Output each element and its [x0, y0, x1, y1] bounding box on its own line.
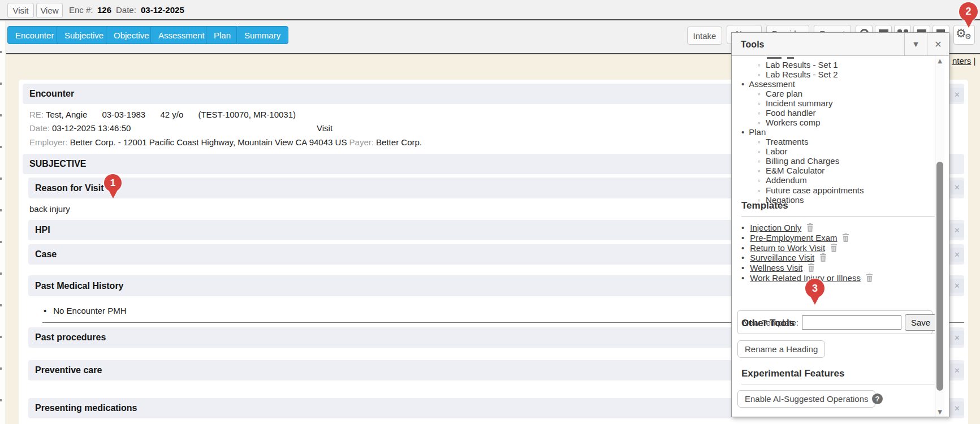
outline-item-labor[interactable]: Labor — [732, 147, 864, 157]
encounter-datetime: 03-12-2025 13:46:50 — [52, 123, 131, 133]
view-button[interactable]: View — [36, 3, 63, 18]
visit-type-text: Visit — [317, 123, 333, 133]
link-separator: | — [974, 56, 976, 66]
tab-plan[interactable]: Plan — [206, 26, 239, 44]
pin-tail — [810, 296, 819, 305]
outline-item-care-plan[interactable]: Care plan — [732, 89, 864, 99]
left-splitter[interactable] — [0, 21, 6, 424]
outline-item-lab-results-2[interactable]: Lab Results - Set 2 — [732, 70, 864, 80]
experimental-divider — [741, 384, 939, 384]
rename-heading-button[interactable]: Rename a Heading — [737, 340, 825, 358]
encounter-close-button[interactable]: ✕ — [950, 88, 964, 102]
tools-close-button[interactable]: ✕ — [927, 33, 949, 55]
tools-collapse-button[interactable]: ▼ — [904, 33, 927, 55]
pin-2-number: 2 — [965, 6, 971, 18]
tools-outline-list: Lab Results - Set 1 Lab Results - Set 2 … — [732, 60, 864, 205]
visit-button[interactable]: Visit — [7, 3, 34, 18]
enable-ai-operations-button[interactable]: Enable AI-Suggested Operations — [737, 390, 875, 408]
past-procedures-close-button[interactable]: ✕ — [950, 331, 964, 345]
templates-divider — [741, 216, 939, 217]
splitter-ticks — [0, 21, 2, 424]
outline-item-billing-and-charges[interactable]: Billing and Charges — [732, 157, 864, 166]
outline-item-addendum[interactable]: Addendum — [732, 176, 864, 185]
close-icon: ✕ — [954, 404, 960, 413]
pmh-close-button[interactable]: ✕ — [950, 279, 964, 293]
trash-icon[interactable] — [830, 244, 837, 252]
template-link-injection-only[interactable]: Injection Only — [750, 223, 801, 232]
trash-icon[interactable] — [819, 253, 827, 262]
template-list-item: Return to Work Visit — [741, 243, 873, 253]
intake-button[interactable]: Intake — [687, 27, 722, 45]
tab-summary[interactable]: Summary — [236, 26, 288, 44]
date-label: Date: — [29, 123, 50, 133]
payer-value: Better Corp. — [376, 137, 422, 147]
outline-item-workers-comp[interactable]: Workers comp — [732, 118, 864, 128]
template-list-item: Injection Only — [741, 223, 873, 233]
template-link-wellness-visit[interactable]: Wellness Visit — [750, 263, 802, 272]
close-icon: ✕ — [954, 282, 960, 290]
reason-close-button[interactable]: ✕ — [950, 180, 964, 194]
patient-age: 42 y/o — [160, 110, 183, 119]
trash-icon[interactable] — [866, 274, 873, 282]
outline-item-future-case-appointments[interactable]: Future case appointments — [732, 186, 864, 196]
patient-dob: 03-03-1983 — [102, 110, 145, 119]
outline-item-treatments[interactable]: Treatments — [732, 137, 864, 147]
preventive-care-close-button[interactable]: ✕ — [950, 364, 964, 378]
all-encounters-link[interactable]: nters | — [952, 56, 975, 66]
scroll-down-icon[interactable]: ▼ — [935, 409, 944, 415]
patient-summary-line: RE: Test, Angie 03-03-1983 42 y/o (TEST-… — [29, 110, 296, 119]
tools-scrollbar[interactable]: ▲ ▼ — [935, 56, 944, 417]
trash-icon[interactable] — [808, 263, 815, 272]
hpi-title: HPI — [35, 225, 50, 235]
template-link-return-to-work-visit[interactable]: Return to Work Visit — [750, 243, 825, 253]
other-tools-heading: Other Tools — [741, 318, 795, 329]
employer-payer-line: Employer: Better Corp. - 12001 Pacific C… — [29, 137, 422, 147]
close-icon: ✕ — [954, 366, 960, 375]
presenting-medications-close-button[interactable]: ✕ — [950, 401, 964, 416]
outline-item-incident-summary[interactable]: Incident summary — [732, 99, 864, 109]
close-icon: ✕ — [934, 39, 942, 50]
template-list-item: Pre-Employment Exam — [741, 233, 873, 243]
template-list-item: Surveillance Visit — [741, 253, 873, 263]
patient-ids: (TEST-10070, MR-10031) — [198, 110, 296, 119]
hpi-close-button[interactable]: ✕ — [950, 223, 964, 237]
tab-encounter[interactable]: Encounter — [7, 26, 62, 44]
gear-icon-small: ⚙ — [965, 32, 972, 41]
employer-value: Better Corp. - 12001 Pacific Coast Highw… — [70, 137, 347, 147]
tab-objective[interactable]: Objective — [106, 26, 157, 44]
reason-for-visit-content[interactable]: back injury — [29, 204, 70, 214]
help-icon[interactable]: ? — [872, 393, 883, 404]
chevron-down-icon: ▼ — [913, 41, 918, 48]
presenting-medications-title: Presenting medications — [35, 403, 137, 413]
trash-icon[interactable] — [806, 223, 814, 232]
subjective-section-title: SUBJECTIVE — [29, 159, 86, 169]
outline-item-assessment[interactable]: Assessment — [732, 80, 864, 89]
pin-tail — [964, 19, 973, 28]
outline-item-food-handler[interactable]: Food handler — [732, 109, 864, 118]
tools-panel-body: Lab Results - Set 1 Lab Results - Set 2 … — [732, 56, 949, 417]
bullet-dot: • — [44, 306, 46, 315]
trash-icon[interactable] — [842, 233, 849, 242]
close-icon: ✕ — [954, 334, 960, 342]
scroll-up-icon[interactable]: ▲ — [935, 58, 944, 64]
outline-item-plan[interactable]: Plan — [732, 128, 864, 137]
tab-assessment[interactable]: Assessment — [150, 26, 213, 44]
template-link-pre-employment-exam[interactable]: Pre-Employment Exam — [750, 233, 837, 243]
re-label: RE: — [29, 110, 44, 119]
save-template-button[interactable]: Save — [905, 314, 936, 331]
tools-gear-button[interactable]: ⚙ ⚙ — [953, 25, 975, 45]
outline-item-lab-results-1[interactable]: Lab Results - Set 1 — [732, 60, 864, 70]
scrollbar-thumb[interactable] — [936, 162, 943, 391]
tools-panel: Tools ▼ ✕ Lab Results - Set 1 Lab Result… — [731, 32, 949, 417]
close-icon: ✕ — [954, 250, 960, 259]
case-title: Case — [35, 249, 57, 259]
new-template-input[interactable] — [802, 315, 901, 330]
pin-tail — [109, 190, 118, 198]
tools-panel-header[interactable]: Tools ▼ ✕ — [732, 33, 949, 56]
tab-subjective[interactable]: Subjective — [57, 26, 111, 44]
pin-1-number: 1 — [110, 178, 115, 189]
pmh-list-item[interactable]: •No Encounter PMH — [44, 306, 127, 315]
case-close-button[interactable]: ✕ — [950, 248, 964, 262]
outline-item-em-calculator[interactable]: E&M Calculator — [732, 166, 864, 176]
template-link-surveillance-visit[interactable]: Surveillance Visit — [750, 253, 814, 262]
